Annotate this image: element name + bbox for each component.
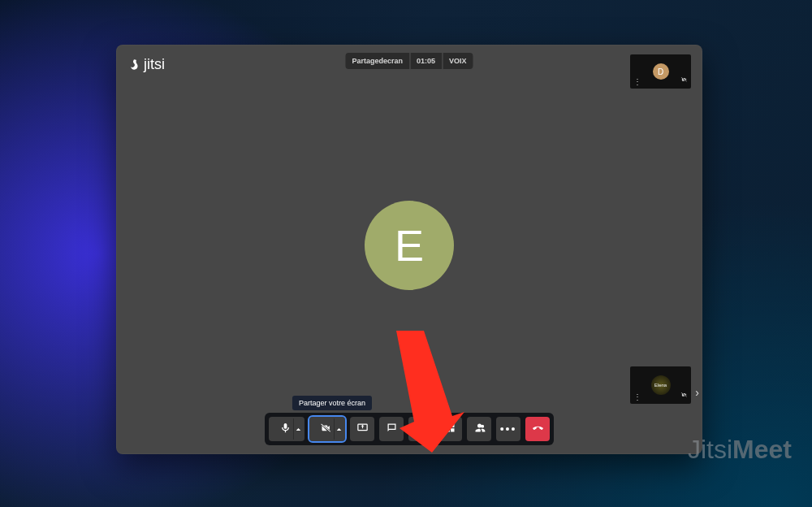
tile-view-button[interactable] [438,417,462,441]
participant-tile-remote[interactable]: D ⋮ [630,54,691,89]
hangup-icon [532,422,544,437]
conference-timer: 01:05 [409,53,442,69]
avatar: Elena [651,375,671,395]
watermark: JitsiMeet [688,435,792,465]
tooltip-text: Partager votre écran [299,399,365,407]
main-stage-avatar: E [365,201,454,290]
chevron-up-icon [336,427,342,432]
camera-button[interactable] [309,417,345,441]
tile-menu-icon[interactable]: ⋮ [633,78,641,86]
participants-icon [473,422,486,437]
tooltip: Partager votre écran [292,396,372,410]
more-actions-button[interactable]: ••• [496,417,520,441]
avatar-initial: D [658,67,663,76]
chat-icon [386,422,398,437]
tile-view-icon [444,422,456,437]
watermark-part1: Jitsi [688,435,732,464]
camera-off-icon [680,72,688,86]
brand-logo: jitsi [127,56,165,73]
chat-button[interactable] [379,417,404,441]
share-screen-icon [356,422,369,437]
jitsi-icon [127,58,140,72]
camera-options-caret[interactable] [334,418,343,440]
camera-off-icon [320,422,332,437]
participant-tile-local[interactable]: Elena ⋮ [630,366,691,404]
conference-info-pill[interactable]: Partagedecran 01:05 VOIX [345,53,473,69]
mic-options-caret[interactable] [293,418,303,440]
avatar-name: Elena [654,383,667,388]
app-window: jitsi Partagedecran 01:05 VOIX D ⋮ Elena… [116,45,702,454]
toolbar: ••• [265,413,554,445]
raise-hand-button[interactable] [408,417,433,441]
participants-button[interactable] [467,417,491,441]
mic-icon [279,422,292,437]
raise-hand-icon [415,422,427,437]
camera-off-icon [680,387,688,401]
dominant-speaker-label: VOIX [442,53,473,69]
main-avatar-letter: E [395,220,424,271]
hangup-button[interactable] [525,417,550,441]
tile-menu-icon[interactable]: ⋮ [633,393,641,401]
chevron-up-icon [296,427,301,432]
avatar: D [653,63,669,80]
share-screen-button[interactable] [350,417,374,441]
filmstrip-toggle[interactable]: › [693,384,701,401]
watermark-part2: Meet [732,435,792,464]
room-name: Partagedecran [345,53,409,69]
mic-button[interactable] [269,417,304,441]
more-icon: ••• [500,423,517,435]
brand-name: jitsi [144,56,165,73]
